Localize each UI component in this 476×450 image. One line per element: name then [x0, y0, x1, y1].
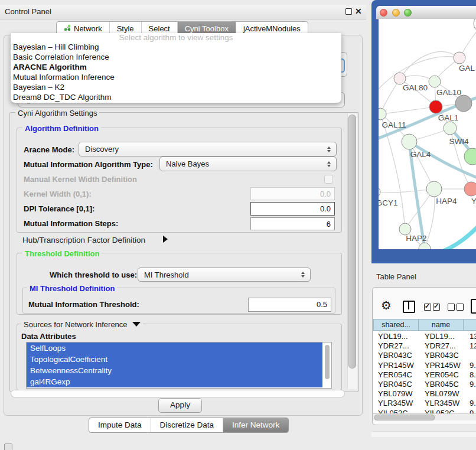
network-edge [380, 107, 436, 114]
stepper-arrows-icon [327, 146, 331, 152]
which-threshold-select[interactable]: MI Threshold [138, 268, 311, 282]
network-node[interactable] [399, 223, 411, 235]
algorithm-option-basic-correlation-inference[interactable]: Basic Correlation Inference [11, 52, 341, 62]
collapse-down-icon[interactable] [132, 322, 141, 327]
algorithm-option-bayesian-k2[interactable]: Bayesian – K2 [11, 82, 341, 92]
table-row[interactable]: YLR345WYLR345W9. [373, 399, 476, 408]
table-cell: 13 [464, 332, 476, 341]
table-hscrollbar-thumb[interactable] [374, 415, 435, 420]
manual-kernel-checkbox[interactable] [324, 175, 333, 184]
network-titlebar[interactable] [376, 6, 476, 19]
node-label-gal1: GAL1 [438, 113, 459, 122]
network-node[interactable] [429, 100, 442, 113]
node-label-swi4: SWI4 [449, 137, 468, 146]
mi-threshold-label: Mutual Information Threshold: [28, 300, 139, 309]
table-row[interactable]: YBR043CYBR043C [373, 351, 476, 360]
threshold-definition-title: Threshold Definition [22, 249, 102, 258]
attribute-item-topologicalcoefficient[interactable]: TopologicalCoefficient [27, 354, 322, 365]
network-node[interactable] [444, 122, 457, 135]
table-cell: YBL079W [419, 389, 464, 399]
node-label-gcy1: GCY1 [379, 198, 397, 207]
table-row[interactable]: YPR145WYPR145W9. [373, 361, 476, 370]
new-table-icon[interactable] [471, 299, 476, 314]
data-attributes-list[interactable]: SelfLoopsTopologicalCoefficientBetweenne… [26, 342, 332, 389]
close-icon[interactable]: ✕ [355, 6, 362, 16]
expand-right-icon[interactable] [163, 236, 168, 243]
network-node[interactable] [394, 73, 406, 84]
minimize-traffic-light-icon[interactable] [392, 9, 400, 17]
network-node[interactable] [474, 19, 476, 32]
algorithm-option-bayesian-hill-climbing[interactable]: Bayesian – Hill Climbing [11, 42, 341, 52]
network-node[interactable] [454, 52, 465, 64]
aracne-mode-label: Aracne Mode: [24, 145, 74, 154]
attribute-item-selfloops[interactable]: SelfLoops [27, 343, 322, 354]
tab-infer-network[interactable]: Infer Network [223, 418, 288, 432]
table-cell: 8. [464, 370, 476, 380]
list-scrollbar-thumb[interactable] [325, 345, 330, 379]
screen: Control Panel ✕ NetworkStyleSelectCyni T… [0, 0, 476, 450]
network-node[interactable] [379, 187, 380, 197]
table-panel-footer [371, 431, 476, 437]
columns-icon[interactable] [403, 301, 415, 313]
stepper-arrows-icon [327, 161, 331, 167]
which-threshold-value: MI Threshold [144, 270, 189, 279]
network-node[interactable] [464, 148, 476, 165]
settings-hscrollbar[interactable] [11, 390, 345, 397]
algorithm-option-mutual-information-inference[interactable]: Mutual Information Inference [11, 72, 341, 82]
table-cell: YER054C [419, 370, 464, 380]
show-columns-icon[interactable] [424, 304, 440, 311]
float-window-icon[interactable] [345, 8, 352, 15]
hide-columns-icon[interactable] [448, 304, 464, 311]
table-cell: YDR27... [419, 341, 464, 351]
sources-title: Sources for Network Inference [24, 320, 128, 329]
table-row[interactable]: YIL052CYIL052C9 [373, 409, 476, 414]
network-node[interactable] [402, 134, 417, 149]
table-row[interactable]: YDR27...YDR27...12 [373, 341, 476, 351]
table-cell [464, 389, 476, 399]
table-cell: 9 [464, 409, 476, 414]
table-cell: YBR043C [373, 351, 419, 360]
algorithm-definition-title: Algorithm Definition [22, 124, 101, 133]
mi-threshold-field[interactable]: 0.5 [248, 298, 331, 312]
hub-factor-label: Hub/Transcription Factor Definition [22, 236, 145, 244]
mi-steps-field[interactable]: 6 [250, 217, 335, 230]
table-cell: YDR27... [373, 341, 419, 351]
table-cell: 12 [464, 341, 476, 351]
node-label-gal80: GAL80 [403, 83, 428, 92]
mi-steps-label: Mutual Information Steps: [24, 219, 118, 228]
unchecked-box-icon [448, 304, 455, 311]
network-node[interactable] [419, 243, 431, 249]
node-table[interactable]: shared...nameA YDL19...YDL19...13YDR27..… [373, 319, 476, 413]
tab-discretize-data[interactable]: Discretize Data [151, 418, 223, 432]
algorithm-option-dream8-dc-tdc-algorithm[interactable]: Dream8 DC_TDC Algorithm [11, 92, 341, 102]
network-node[interactable] [464, 182, 476, 196]
mi-type-select[interactable]: Naive Bayes [159, 156, 337, 171]
network-node[interactable] [429, 76, 441, 87]
attribute-item-gal4rgexp[interactable]: gal4RGexp [27, 376, 322, 387]
column-header-name[interactable]: name [419, 319, 464, 331]
table-row[interactable]: YER054CYER054C8. [373, 370, 476, 380]
kernel-width-field[interactable]: 0.0 [250, 187, 335, 200]
network-node[interactable] [455, 95, 472, 112]
network-node[interactable] [426, 181, 442, 197]
table-row[interactable]: YBR045CYBR045C9. [373, 380, 476, 389]
table-cell: 9. [464, 361, 476, 370]
apply-button[interactable]: Apply [158, 398, 202, 413]
column-header-a[interactable]: A [464, 319, 476, 331]
network-view[interactable]: GALGAL80GAL10GAL1GAL11SWI4GAL4HAP4YGCY1H… [379, 19, 476, 249]
algorithm-option-aracne-algorithm[interactable]: ARACNE Algorithm [11, 62, 341, 72]
table-row[interactable]: YBL079WYBL079W [373, 389, 476, 399]
aracne-mode-select[interactable]: Discovery [79, 142, 337, 156]
settings-vscrollbar-thumb[interactable] [348, 115, 356, 369]
dpi-tolerance-label: DPI Tolerance [0,1]: [24, 204, 94, 213]
zoom-traffic-light-icon[interactable] [404, 9, 412, 17]
column-header-shared[interactable]: shared... [373, 319, 419, 331]
gear-icon[interactable]: ⚙ [381, 299, 392, 311]
close-traffic-light-icon[interactable] [380, 9, 387, 17]
dpi-tolerance-field[interactable]: 0.0 [250, 202, 335, 216]
attribute-item-betweennesscentrality[interactable]: BetweennessCentrality [27, 365, 322, 376]
bottom-left-widget[interactable] [4, 444, 12, 450]
table-row[interactable]: YDL19...YDL19...13 [373, 332, 476, 341]
tab-impute-data[interactable]: Impute Data [89, 418, 151, 432]
dropdown-placeholder: Select algorithm to view settings [11, 33, 341, 42]
